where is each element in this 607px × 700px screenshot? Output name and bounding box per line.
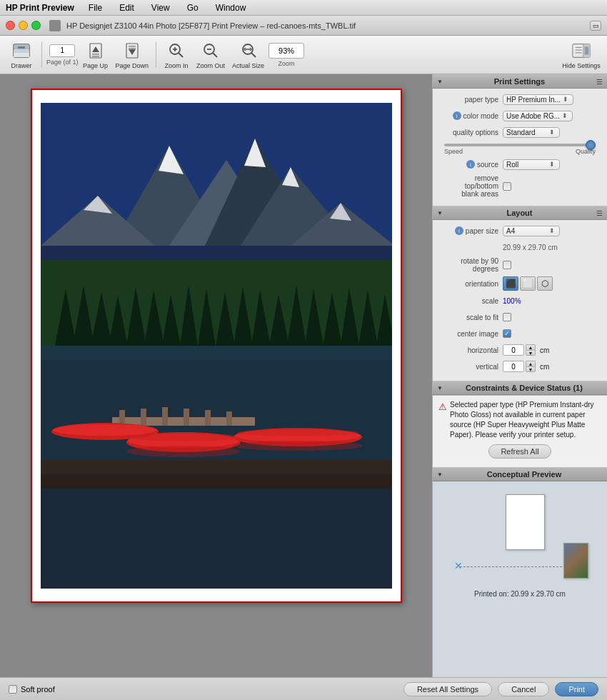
constraints-section: ⚠ Selected paper type (HP Premium Instan… <box>433 395 607 467</box>
window-icon <box>49 20 61 31</box>
soft-proof-checkbox[interactable] <box>9 685 17 694</box>
actual-size-button[interactable]: Actual Size <box>229 39 267 71</box>
quality-slider-thumb[interactable] <box>586 140 596 150</box>
menu-view[interactable]: View <box>149 1 173 14</box>
svg-point-81 <box>234 441 362 451</box>
center-image-checkbox[interactable]: ✓ <box>503 329 511 338</box>
print-settings-header[interactable]: ▼ Print Settings ☰ <box>433 74 607 89</box>
color-mode-info-icon[interactable]: i <box>453 111 461 120</box>
svg-marker-34 <box>205 139 319 246</box>
menu-go[interactable]: Go <box>184 1 201 14</box>
paper-type-select[interactable]: HP Premium In... ⬍ <box>503 94 573 105</box>
paper-size-info-icon[interactable]: i <box>455 226 463 235</box>
remove-blank-value <box>503 182 601 191</box>
svg-marker-36 <box>159 146 184 174</box>
zoom-in-button[interactable]: Zoom In <box>161 39 192 71</box>
svg-marker-33 <box>169 160 284 246</box>
vertical-input[interactable] <box>503 361 524 372</box>
orient-auto-button[interactable]: ⬡ <box>537 276 553 291</box>
paper-size-value: A4 ⬍ <box>503 226 601 236</box>
collapse-button[interactable]: ▭ <box>590 21 601 31</box>
rotate-label: rotate by 90 degrees <box>438 257 503 273</box>
svg-line-16 <box>179 53 183 57</box>
reset-all-settings-button[interactable]: Reset All Settings <box>403 682 492 696</box>
svg-point-74 <box>130 433 237 441</box>
color-mode-select[interactable]: Use Adobe RG... ⬍ <box>503 111 573 121</box>
constraints-header[interactable]: ▼ Constraints & Device Status (1) <box>433 381 607 395</box>
horizontal-input[interactable] <box>503 344 524 356</box>
svg-line-19 <box>213 53 217 57</box>
minimize-button[interactable] <box>19 21 28 30</box>
svg-rect-4 <box>14 53 29 57</box>
quality-options-select[interactable]: Standard ⬍ <box>503 127 560 138</box>
svg-marker-45 <box>73 285 94 346</box>
orient-landscape-button[interactable]: ⬜ <box>520 276 536 291</box>
preview-area[interactable] <box>0 74 432 677</box>
maximize-button[interactable] <box>31 21 41 30</box>
print-settings-menu-icon[interactable]: ☰ <box>596 78 603 86</box>
svg-rect-66 <box>119 410 125 426</box>
svg-marker-49 <box>144 290 164 346</box>
orient-portrait-button[interactable]: ⬛ <box>503 276 518 291</box>
hide-settings-button[interactable]: Hide Settings <box>561 39 601 71</box>
svg-rect-43 <box>41 260 392 346</box>
source-label: source <box>477 161 498 169</box>
quality-options-row: quality options Standard ⬍ <box>438 126 601 139</box>
window-title: HP Designjet Z3100 44in Photo [25F877] P… <box>66 21 584 30</box>
source-info-icon[interactable]: i <box>466 160 475 169</box>
svg-rect-83 <box>41 474 392 589</box>
remove-blank-checkbox[interactable] <box>503 182 511 191</box>
error-icon: ⚠ <box>438 401 447 440</box>
menu-file[interactable]: File <box>86 1 105 14</box>
page-up-button[interactable]: Page Up <box>80 39 111 71</box>
svg-marker-50 <box>162 294 181 346</box>
remove-blank-row: remove top/bottom blank areas <box>438 174 601 198</box>
conceptual-preview-section: ✕ Printed on: 20.99 x 29.70 cm <box>433 481 607 677</box>
horizontal-spin-arrows: ▲ ▼ <box>526 344 536 356</box>
orientation-label: orientation <box>438 280 503 288</box>
print-button[interactable]: Print <box>555 682 598 696</box>
svg-point-80 <box>126 446 241 457</box>
svg-rect-64 <box>41 346 392 360</box>
paper-size-label: paper size <box>466 227 498 235</box>
svg-marker-48 <box>126 287 146 346</box>
quality-slider-track[interactable] <box>444 144 596 146</box>
menu-edit[interactable]: Edit <box>116 1 137 14</box>
svg-marker-53 <box>216 292 235 346</box>
paper-size-select[interactable]: A4 ⬍ <box>503 226 560 236</box>
preview-large-page <box>506 494 545 550</box>
scale-to-fit-checkbox[interactable] <box>503 313 511 321</box>
hide-settings-label: Hide Settings <box>562 62 601 69</box>
rotate-checkbox[interactable] <box>503 261 511 269</box>
actual-size-icon <box>239 41 259 61</box>
scale-to-fit-label: scale to fit <box>438 314 503 321</box>
horizontal-label: horizontal <box>438 346 503 354</box>
horizontal-down-arrow[interactable]: ▼ <box>526 350 536 356</box>
app-menu-label[interactable]: HP Print Preview <box>6 3 74 13</box>
zoom-input[interactable] <box>269 43 304 59</box>
layout-header[interactable]: ▼ Layout ☰ <box>433 206 607 220</box>
zoom-out-label: Zoom Out <box>196 62 225 69</box>
svg-marker-51 <box>180 285 198 346</box>
slider-container <box>438 142 601 148</box>
cancel-button[interactable]: Cancel <box>498 682 549 696</box>
refresh-all-button[interactable]: Refresh All <box>488 444 551 459</box>
menu-window[interactable]: Window <box>213 1 249 14</box>
vertical-up-arrow[interactable]: ▲ <box>526 361 536 366</box>
page-input[interactable] <box>49 44 75 57</box>
svg-marker-6 <box>92 46 99 52</box>
conceptual-preview-canvas: ✕ <box>438 487 601 587</box>
drawer-button[interactable]: Drawer <box>6 39 37 71</box>
zoom-out-button[interactable]: Zoom Out <box>194 39 228 71</box>
page-down-button[interactable]: Page Down <box>113 39 152 71</box>
conceptual-preview-header[interactable]: ▼ Conceptual Preview <box>433 467 607 481</box>
center-image-row: center image ✓ <box>438 327 601 340</box>
close-button[interactable] <box>6 21 15 30</box>
layout-menu-icon[interactable]: ☰ <box>596 209 603 217</box>
scale-to-fit-row: scale to fit <box>438 311 601 324</box>
vertical-down-arrow[interactable]: ▼ <box>526 366 536 372</box>
source-select[interactable]: Roll ⬍ <box>503 159 560 170</box>
svg-rect-70 <box>205 410 211 426</box>
horizontal-up-arrow[interactable]: ▲ <box>526 344 536 350</box>
svg-rect-31 <box>41 103 392 246</box>
